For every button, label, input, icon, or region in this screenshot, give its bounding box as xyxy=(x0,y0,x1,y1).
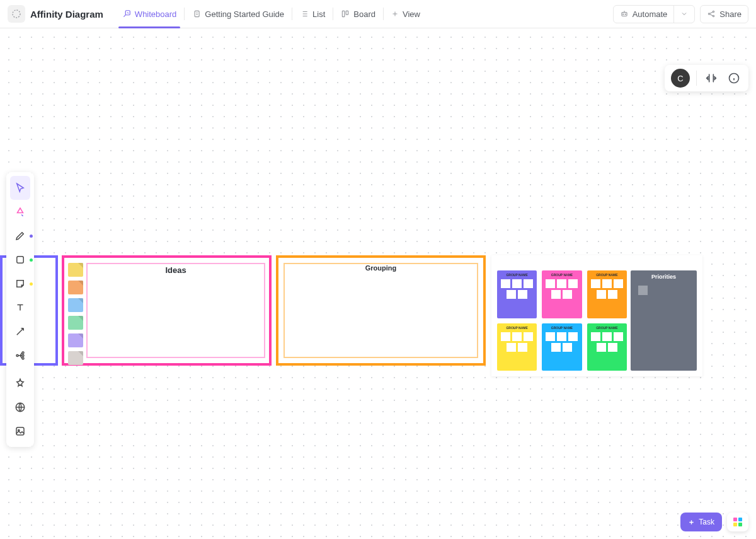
grouping-title: Grouping xyxy=(285,264,477,272)
top-bar: Affinity Diagram Whiteboard Getting Star… xyxy=(0,0,756,28)
tab-label: List xyxy=(312,9,325,19)
tab-label: Board xyxy=(353,9,375,19)
svg-rect-18 xyxy=(16,427,24,435)
color-dot-icon xyxy=(30,282,33,286)
separator xyxy=(696,71,697,86)
svg-point-13 xyxy=(16,355,18,357)
tool-ai[interactable] xyxy=(10,200,30,224)
share-label: Share xyxy=(719,9,742,19)
tab-label: Getting Started Guide xyxy=(205,9,284,19)
svg-point-14 xyxy=(22,352,24,354)
svg-point-15 xyxy=(22,355,24,357)
sticky-swatch[interactable] xyxy=(68,316,83,330)
tool-sticky[interactable] xyxy=(10,272,30,296)
tool-connector[interactable] xyxy=(10,320,30,344)
svg-rect-12 xyxy=(17,257,24,264)
sticky-swatch[interactable] xyxy=(68,351,83,365)
ideas-title: Ideas xyxy=(88,264,264,275)
fit-width-button[interactable] xyxy=(703,70,719,86)
priorities-title: Priorities xyxy=(631,274,697,280)
sticky-swatch[interactable] xyxy=(68,263,83,277)
tool-select[interactable] xyxy=(10,176,30,200)
tab-list[interactable]: List xyxy=(292,0,333,28)
group-card[interactable]: GROUP NAME xyxy=(542,270,581,318)
group-card[interactable]: GROUP NAME xyxy=(587,270,627,318)
automate-dropdown[interactable] xyxy=(674,6,694,23)
grouping-container[interactable]: Grouping xyxy=(284,263,478,358)
automate-label: Automate xyxy=(633,9,668,19)
svg-point-9 xyxy=(713,11,714,12)
svg-point-8 xyxy=(709,13,710,14)
group-card[interactable]: GROUP NAME xyxy=(587,323,627,371)
task-label: Task xyxy=(699,518,714,526)
user-avatar[interactable]: C xyxy=(671,69,690,88)
svg-rect-4 xyxy=(346,11,348,14)
tab-whiteboard[interactable]: Whiteboard xyxy=(115,0,184,28)
tab-label: Whiteboard xyxy=(135,9,176,19)
robot-icon xyxy=(620,9,629,18)
priorities-panel[interactable]: Priorities xyxy=(631,270,697,371)
ideas-container[interactable]: Ideas xyxy=(86,263,265,358)
chevron-down-icon xyxy=(680,10,688,18)
pin-icon xyxy=(122,9,131,18)
automate-button[interactable]: Automate xyxy=(614,6,675,23)
board-icon xyxy=(341,9,350,18)
topbar-right: Automate Share xyxy=(613,5,748,23)
plus-icon xyxy=(391,10,399,18)
svg-point-6 xyxy=(622,14,623,14)
pin-doc-icon xyxy=(192,9,201,18)
frame-ideas[interactable]: Ideas xyxy=(62,255,272,366)
tab-getting-started[interactable]: Getting Started Guide xyxy=(185,0,292,28)
new-task-button[interactable]: Task xyxy=(680,513,722,531)
group-card[interactable]: GROUP NAME xyxy=(542,323,581,371)
apps-grid-icon xyxy=(733,518,742,526)
tab-label: View xyxy=(403,9,420,19)
swatch-column xyxy=(68,263,83,365)
priority-item[interactable] xyxy=(638,286,648,295)
automate-group: Automate xyxy=(613,5,696,23)
svg-point-16 xyxy=(22,357,24,359)
sticky-swatch[interactable] xyxy=(68,281,83,294)
document-title[interactable]: Affinity Diagram xyxy=(30,9,103,20)
doc-settings-icon[interactable] xyxy=(8,5,25,23)
tool-pen[interactable] xyxy=(10,224,30,248)
tool-mindmap[interactable] xyxy=(10,344,30,368)
group-cards-grid: GROUP NAME GROUP NAME GROUP NAME GROUP N… xyxy=(497,270,627,371)
tab-add-view[interactable]: View xyxy=(384,0,428,28)
whiteboard-canvas[interactable]: C xyxy=(0,28,756,539)
view-tabs: Whiteboard Getting Started Guide List Bo… xyxy=(115,0,428,28)
group-card[interactable]: GROUP NAME xyxy=(497,323,537,371)
info-button[interactable] xyxy=(726,70,742,86)
color-dot-icon xyxy=(30,235,33,238)
sticky-swatch[interactable] xyxy=(68,333,83,347)
svg-rect-3 xyxy=(343,11,345,16)
svg-point-10 xyxy=(713,15,714,16)
svg-point-0 xyxy=(13,10,20,18)
share-button[interactable]: Share xyxy=(700,5,748,23)
share-icon xyxy=(707,9,716,18)
group-card[interactable]: GROUP NAME xyxy=(497,270,537,318)
color-dot-icon xyxy=(30,258,33,262)
canvas-top-right-controls: C xyxy=(665,65,748,91)
tool-stamp[interactable] xyxy=(10,371,30,395)
apps-button[interactable] xyxy=(727,513,748,531)
bottom-right-controls: Task xyxy=(680,513,748,531)
tool-shape[interactable] xyxy=(10,248,30,272)
whiteboard-toolbar xyxy=(6,172,34,447)
tool-text[interactable] xyxy=(10,296,30,320)
frame-priorities[interactable]: GROUP NAME GROUP NAME GROUP NAME GROUP N… xyxy=(491,255,702,376)
frame-grouping[interactable]: Grouping xyxy=(276,255,486,366)
tab-board[interactable]: Board xyxy=(333,0,383,28)
svg-point-7 xyxy=(625,14,626,14)
sticky-swatch[interactable] xyxy=(68,298,83,312)
tool-web[interactable] xyxy=(10,395,30,419)
list-icon xyxy=(300,9,309,18)
plus-icon xyxy=(688,519,695,526)
tool-image[interactable] xyxy=(10,419,30,443)
